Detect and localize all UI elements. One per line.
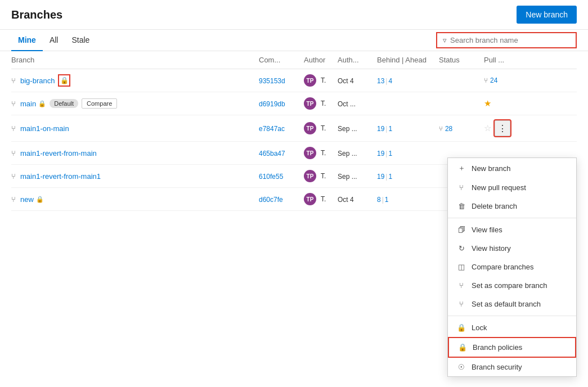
branch-link-main1-on-main[interactable]: main1-on-main — [20, 124, 69, 133]
default-branch-icon: ⑂ — [457, 300, 466, 308]
author-name: T. — [321, 100, 326, 107]
branch-link-main1-revert-from-main1[interactable]: main1-revert-from-main1 — [20, 172, 101, 181]
date-value: Sep ... — [338, 125, 357, 133]
menu-item-delete-branch[interactable]: 🗑 Delete branch — [448, 197, 576, 215]
ahead-link[interactable]: 1 — [388, 173, 392, 181]
menu-label-set-compare-branch: Set as compare branch — [472, 281, 547, 290]
tab-stale[interactable]: Stale — [65, 30, 96, 51]
branch-cell: ⑂ main1-on-main — [11, 124, 259, 133]
commit-cell: 465ba47 — [259, 148, 304, 158]
commit-link[interactable]: d6919db — [259, 100, 285, 108]
behind-link[interactable]: 19 — [377, 173, 384, 181]
commit-cell: 935153d — [259, 76, 304, 85]
branch-cell: ⑂ main1-revert-from-main — [11, 149, 259, 158]
behind-ahead-cell: 13|4 — [377, 76, 439, 85]
default-badge: Default — [50, 99, 78, 108]
date-value: Sep ... — [338, 150, 357, 158]
col-header-authdate: Auth... — [338, 56, 377, 64]
menu-item-compare-branches[interactable]: ◫ Compare branches — [448, 258, 576, 276]
table-row: ⑂ main1-on-main e7847ac TP T. Sep ... 19… — [11, 115, 577, 142]
date-cell: Oct ... — [338, 99, 377, 108]
search-input[interactable] — [450, 36, 570, 44]
col-header-pull: Pull ... — [484, 56, 529, 64]
behind-ahead-cell: 19|1 — [377, 124, 439, 133]
branch-icon: ⑂ — [11, 76, 16, 85]
new-branch-button[interactable]: New branch — [517, 6, 577, 24]
author-cell: TP T. — [304, 170, 338, 182]
ahead-link[interactable]: 1 — [388, 125, 392, 133]
commit-link[interactable]: 465ba47 — [259, 150, 285, 158]
author-name: T. — [321, 195, 326, 203]
commit-link[interactable]: 935153d — [259, 77, 285, 85]
col-header-author: Author — [304, 56, 338, 64]
avatar: TP — [304, 97, 316, 110]
commit-link[interactable]: d60c7fe — [259, 196, 283, 204]
menu-item-view-history[interactable]: ↻ View history — [448, 239, 576, 258]
set-compare-icon: ⑂ — [457, 281, 466, 290]
avatar: TP — [304, 122, 316, 134]
ahead-link[interactable]: 1 — [388, 150, 392, 158]
menu-item-branch-security[interactable]: ☉ Branch security — [448, 358, 576, 376]
star-icon[interactable]: ★ — [484, 98, 491, 108]
menu-label-new-branch: New branch — [472, 164, 510, 173]
commit-cell: 610fe55 — [259, 172, 304, 181]
author-name: T. — [321, 76, 326, 84]
pull-count-link[interactable]: 24 — [490, 76, 497, 84]
behind-link[interactable]: 19 — [377, 125, 384, 133]
branch-icon: ⑂ — [11, 172, 16, 181]
menu-item-new-pull-request[interactable]: ⑂ New pull request — [448, 178, 576, 197]
col-header-status: Status — [439, 56, 484, 64]
tab-mine[interactable]: Mine — [11, 30, 43, 51]
behind-link[interactable]: 19 — [377, 150, 384, 158]
menu-item-new-branch[interactable]: ＋ New branch — [448, 158, 576, 178]
branch-link-main[interactable]: main — [20, 100, 36, 108]
branch-cell: ⑂ new 🔒 — [11, 195, 259, 204]
table-row: ⑂ main 🔒 Default Compare d6919db TP T. O… — [11, 92, 577, 115]
pull-request-icon: ⑂ — [439, 125, 443, 133]
branch-link-big-branch[interactable]: big-branch — [20, 76, 55, 85]
ahead-link[interactable]: 1 — [385, 196, 389, 204]
author-name: T. — [321, 172, 326, 180]
commit-cell: e7847ac — [259, 124, 304, 133]
behind-link[interactable]: 8 — [377, 196, 381, 204]
menu-label-delete-branch: Delete branch — [472, 202, 517, 210]
date-value: Oct 4 — [338, 196, 354, 204]
menu-label-view-files: View files — [472, 226, 502, 234]
menu-item-lock[interactable]: 🔒 Lock — [448, 318, 576, 337]
menu-label-lock: Lock — [472, 323, 487, 332]
commit-cell: d60c7fe — [259, 195, 304, 204]
lock-icon: 🔒 — [457, 323, 466, 332]
menu-item-branch-policies[interactable]: 🔒 Branch policies — [448, 337, 576, 358]
pull-cell: ☆ ⋮ — [484, 120, 529, 136]
filter-icon: ▿ — [443, 36, 447, 44]
branch-link-main1-revert-from-main[interactable]: main1-revert-from-main — [20, 149, 97, 158]
ahead-link[interactable]: 4 — [388, 77, 392, 85]
compare-badge[interactable]: Compare — [82, 98, 117, 109]
status-cell: ⑂ 28 — [439, 124, 484, 133]
file-icon: 🗍 — [457, 226, 466, 234]
branch-icon: ⑂ — [11, 100, 16, 108]
avatar: TP — [304, 193, 316, 205]
menu-item-set-default-branch[interactable]: ⑂ Set as default branch — [448, 295, 576, 313]
commit-link[interactable]: e7847ac — [259, 125, 285, 133]
lock-icon-small: 🔒 — [36, 196, 44, 203]
author-cell: TP T. — [304, 193, 338, 205]
behind-link[interactable]: 13 — [377, 77, 384, 85]
branch-link-new[interactable]: new — [20, 195, 34, 204]
branch-cell: ⑂ main1-revert-from-main1 — [11, 172, 259, 181]
menu-item-set-compare-branch[interactable]: ⑂ Set as compare branch — [448, 276, 576, 295]
trash-icon: 🗑 — [457, 202, 466, 210]
menu-divider — [448, 316, 576, 316]
context-menu: ＋ New branch ⑂ New pull request 🗑 Delete… — [447, 158, 577, 377]
menu-item-view-files[interactable]: 🗍 View files — [448, 220, 576, 239]
tab-all[interactable]: All — [43, 30, 65, 51]
behind-ahead-cell: 19|1 — [377, 148, 439, 158]
policy-icon: 🔒 — [458, 343, 467, 352]
commit-link[interactable]: 610fe55 — [259, 173, 283, 181]
more-actions-button[interactable]: ⋮ — [495, 120, 510, 136]
pull-cell: ⑂ 24 — [484, 76, 529, 84]
plus-icon: ＋ — [457, 163, 466, 173]
pull-count-link[interactable]: 28 — [445, 125, 452, 133]
table-row: ⑂ big-branch 🔒 935153d TP T. Oct 4 13|4 … — [11, 69, 577, 92]
star-empty-icon[interactable]: ☆ — [484, 123, 491, 133]
